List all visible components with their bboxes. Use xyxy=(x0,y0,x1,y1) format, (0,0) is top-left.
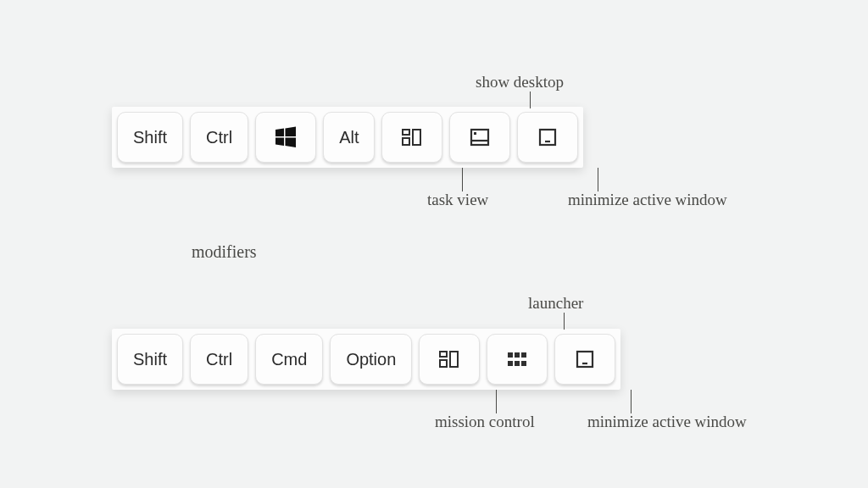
toolbar-windows: Shift Ctrl Alt xyxy=(112,107,583,168)
show-desktop-icon xyxy=(468,125,492,149)
svg-rect-5 xyxy=(403,138,409,145)
minimize-window-key[interactable] xyxy=(554,334,615,385)
svg-rect-21 xyxy=(577,352,593,367)
cmd-key[interactable]: Cmd xyxy=(255,334,323,385)
connector xyxy=(564,313,565,330)
svg-rect-7 xyxy=(471,130,488,145)
svg-rect-10 xyxy=(540,130,555,145)
svg-rect-15 xyxy=(508,352,513,358)
svg-rect-4 xyxy=(403,130,409,135)
annotation-minimize-1: minimize active window xyxy=(568,191,727,209)
key-label: Shift xyxy=(133,350,167,369)
show-desktop-key[interactable] xyxy=(449,112,510,163)
connector xyxy=(598,168,598,191)
toolbar-mac: Shift Ctrl Cmd Option xyxy=(112,329,620,390)
svg-rect-6 xyxy=(413,130,420,145)
launcher-icon xyxy=(505,347,529,371)
svg-rect-17 xyxy=(521,352,526,358)
mission-control-key[interactable] xyxy=(419,334,480,385)
key-label: Shift xyxy=(133,128,167,147)
annotation-mission-control: mission control xyxy=(435,413,535,431)
svg-marker-2 xyxy=(275,138,284,146)
annotation-launcher: launcher xyxy=(528,294,583,313)
svg-marker-3 xyxy=(286,138,297,147)
key-label: Option xyxy=(346,350,396,369)
annotation-task-view: task view xyxy=(427,191,488,209)
annotation-minimize-2: minimize active window xyxy=(587,413,747,431)
shift-key[interactable]: Shift xyxy=(117,334,183,385)
svg-marker-1 xyxy=(286,127,297,136)
key-label: Cmd xyxy=(271,350,307,369)
task-view-icon xyxy=(400,125,424,149)
svg-rect-14 xyxy=(450,352,458,367)
svg-rect-16 xyxy=(515,352,520,358)
key-label: Ctrl xyxy=(206,350,232,369)
svg-rect-12 xyxy=(440,352,447,357)
alt-key[interactable]: Alt xyxy=(323,112,375,163)
key-label: Ctrl xyxy=(206,128,232,147)
svg-rect-13 xyxy=(440,360,447,367)
minimize-window-icon xyxy=(536,125,559,149)
connector xyxy=(530,92,531,108)
ctrl-key[interactable]: Ctrl xyxy=(190,334,248,385)
connector xyxy=(462,168,463,191)
annotation-show-desktop: show desktop xyxy=(476,73,564,92)
launcher-key[interactable] xyxy=(487,334,548,385)
svg-marker-0 xyxy=(275,129,284,136)
connector xyxy=(631,390,632,413)
connector xyxy=(496,390,497,413)
key-label: Alt xyxy=(339,128,359,147)
ctrl-key[interactable]: Ctrl xyxy=(190,112,248,163)
mission-control-icon xyxy=(437,347,461,371)
option-key[interactable]: Option xyxy=(330,334,412,385)
task-view-key[interactable] xyxy=(381,112,442,163)
svg-rect-19 xyxy=(515,361,520,366)
minimize-window-icon xyxy=(573,347,597,371)
section-label: modifiers xyxy=(192,242,257,262)
shift-key[interactable]: Shift xyxy=(117,112,183,163)
svg-rect-18 xyxy=(508,361,513,366)
windows-logo-icon xyxy=(275,126,297,148)
svg-rect-20 xyxy=(521,361,526,366)
svg-rect-9 xyxy=(474,132,476,135)
windows-key[interactable] xyxy=(255,112,316,163)
minimize-window-key[interactable] xyxy=(517,112,578,163)
